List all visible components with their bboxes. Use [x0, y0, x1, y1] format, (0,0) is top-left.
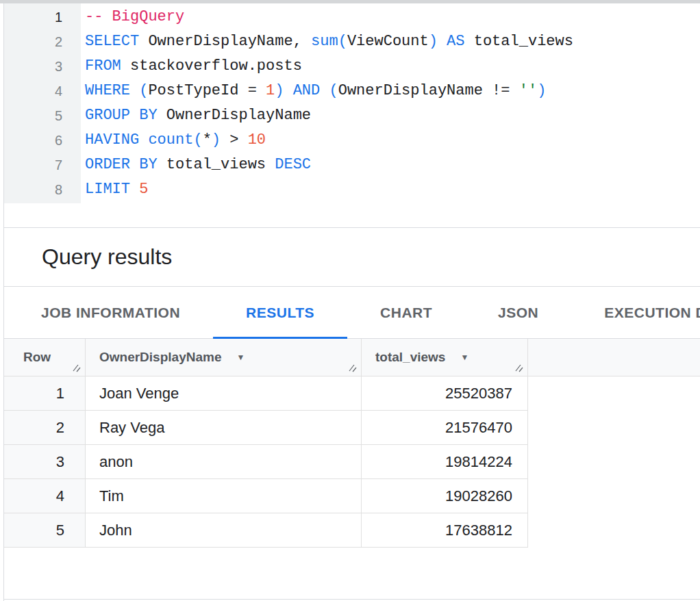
sql-token: *	[203, 131, 212, 149]
views-cell: 19028260	[362, 479, 528, 513]
sql-token	[130, 181, 139, 198]
code-line: -- BigQuery	[85, 5, 700, 29]
row-number-cell: 3	[4, 445, 86, 479]
filler-cell	[528, 513, 700, 548]
sql-token	[438, 33, 447, 50]
sql-token: )	[537, 82, 546, 99]
code-line: WHERE (PostTypeId = 1) AND (OwnerDisplay…	[85, 79, 700, 103]
code-line: ORDER BY total_views DESC	[85, 153, 700, 177]
tab-label: RESULTS	[246, 305, 314, 321]
sql-token: count(	[148, 131, 202, 149]
column-header-row[interactable]: Row	[4, 339, 86, 376]
line-number: 7	[4, 153, 81, 177]
code-line: GROUP BY OwnerDisplayName	[85, 103, 700, 128]
sql-token: 1	[266, 82, 275, 99]
line-number: 2	[4, 29, 81, 54]
column-resize-handle-icon[interactable]	[72, 363, 82, 372]
sql-token	[139, 131, 148, 149]
line-number: 3	[4, 54, 81, 79]
tab-label: JOB INFORMATION	[41, 305, 180, 321]
sql-token: stackoverflow.posts	[121, 57, 302, 75]
filler-cell	[528, 376, 700, 411]
sql-token: LIMIT	[85, 181, 130, 198]
line-number: 4	[4, 79, 81, 103]
code-line: LIMIT 5	[85, 177, 700, 202]
column-header-total-views[interactable]: total_views ▼	[362, 339, 528, 376]
sql-token: ORDER BY	[85, 156, 158, 173]
code-line: HAVING count(*) > 10	[85, 128, 700, 153]
column-resize-handle-icon[interactable]	[348, 363, 358, 372]
results-tab-bar: JOB INFORMATION RESULTS CHART JSON EXECU…	[4, 287, 700, 339]
line-number: 8	[4, 177, 81, 202]
filler-cell	[528, 445, 700, 479]
sql-token	[130, 82, 139, 99]
row-number-cell: 1	[4, 376, 86, 411]
line-number: 6	[4, 128, 81, 153]
sql-token: total_views	[158, 156, 275, 173]
panel-bottom-divider	[4, 599, 700, 600]
sql-token: 5	[139, 181, 148, 198]
sql-token: )	[212, 131, 221, 149]
sql-token: SELECT	[85, 33, 139, 50]
sql-token: OwnerDisplayName !=	[338, 82, 519, 99]
results-table: Row OwnerDisplayName ▼ total_views ▼ 1 J…	[4, 339, 700, 548]
tab-json[interactable]: JSON	[465, 287, 571, 338]
sql-token: )	[275, 82, 284, 99]
tab-label: JSON	[498, 305, 538, 321]
views-cell: 25520387	[362, 376, 528, 411]
sql-token: >	[221, 131, 248, 149]
sql-token: 10	[248, 131, 266, 149]
sql-token	[284, 82, 292, 99]
sql-token: (	[329, 82, 338, 99]
owner-cell: Ray Vega	[86, 411, 362, 445]
column-header-label: total_views	[375, 350, 445, 365]
bigquery-panel: 1 2 3 4 5 6 7 8 -- BigQuery SELECT Owner…	[3, 3, 700, 601]
sql-token: -- BigQuery	[85, 8, 184, 25]
owner-cell: Tim	[86, 479, 362, 513]
code-line: SELECT OwnerDisplayName, sum(ViewCount) …	[85, 29, 700, 54]
tab-label: EXECUTION DETAILS	[604, 305, 700, 321]
views-cell: 17638812	[362, 513, 528, 548]
row-number-cell: 4	[4, 479, 86, 513]
sql-token: DESC	[275, 156, 311, 173]
line-number: 1	[4, 5, 81, 29]
tab-execution-details[interactable]: EXECUTION DETAILS	[571, 287, 700, 338]
row-number-cell: 5	[4, 513, 86, 548]
sql-token: total_views	[465, 33, 573, 50]
owner-cell: anon	[86, 445, 362, 479]
sql-token: OwnerDisplayName	[158, 107, 311, 124]
caret-down-icon[interactable]: ▼	[236, 353, 245, 362]
owner-cell: Joan Venge	[86, 376, 362, 411]
tab-results[interactable]: RESULTS	[213, 287, 347, 338]
sql-token: )	[429, 33, 438, 50]
filler-cell	[528, 411, 700, 445]
sql-token: AS	[447, 33, 464, 50]
sql-token: FROM	[85, 57, 121, 75]
tab-chart[interactable]: CHART	[347, 287, 465, 338]
sql-code-area[interactable]: -- BigQuery SELECT OwnerDisplayName, sum…	[81, 3, 700, 227]
sql-token: sum(	[311, 33, 347, 50]
sql-token	[320, 82, 329, 99]
tab-label: CHART	[380, 305, 432, 321]
sql-token: OwnerDisplayName,	[139, 33, 311, 50]
filler-cell	[528, 479, 700, 513]
column-resize-handle-icon[interactable]	[514, 363, 524, 372]
views-cell: 21576470	[362, 411, 528, 445]
sql-token: HAVING	[85, 131, 139, 149]
tab-job-information[interactable]: JOB INFORMATION	[8, 287, 213, 338]
caret-down-icon[interactable]: ▼	[460, 353, 468, 362]
line-number-gutter: 1 2 3 4 5 6 7 8	[4, 3, 81, 203]
column-header-ownerdisplayname[interactable]: OwnerDisplayName ▼	[86, 339, 362, 376]
sql-token: ViewCount	[347, 33, 429, 50]
owner-cell: John	[86, 513, 362, 548]
query-results-header: Query results	[4, 228, 700, 287]
row-number-cell: 2	[4, 411, 86, 445]
sql-token: (	[139, 82, 148, 99]
column-header-filler	[528, 339, 700, 376]
sql-editor[interactable]: 1 2 3 4 5 6 7 8 -- BigQuery SELECT Owner…	[4, 3, 700, 228]
line-number: 5	[4, 103, 81, 128]
sql-token: AND	[293, 82, 321, 99]
column-header-label: Row	[23, 350, 51, 365]
code-line: FROM stackoverflow.posts	[85, 54, 700, 79]
column-header-label: OwnerDisplayName	[99, 350, 221, 365]
